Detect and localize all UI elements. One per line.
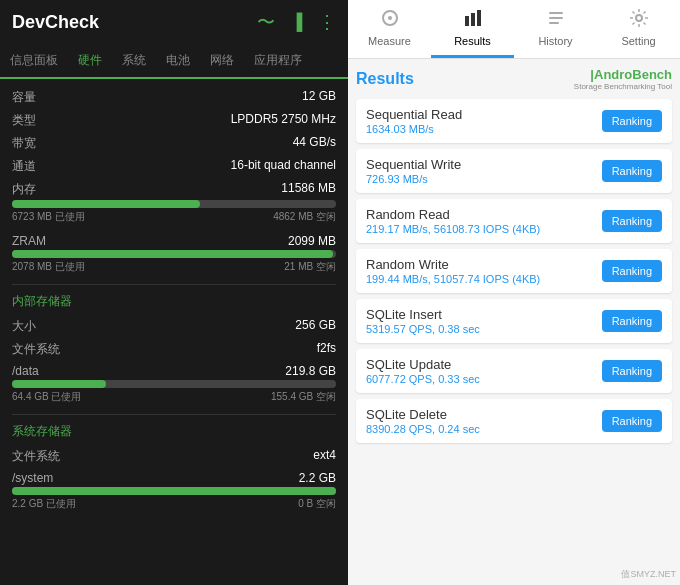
size-row: 大小 256 GB — [12, 318, 336, 335]
ranking-btn-sqlite-insert[interactable]: Ranking — [602, 310, 662, 332]
size-label: 大小 — [12, 318, 72, 335]
bench-score-sqlite-delete: 8390.28 QPS, 0.24 sec — [366, 423, 602, 435]
tab-history[interactable]: History — [514, 0, 597, 58]
waveform-icon[interactable]: 〜 — [257, 10, 275, 34]
svg-point-8 — [636, 15, 642, 21]
svg-rect-2 — [465, 16, 469, 26]
bench-name-seq-write: Sequential Write — [366, 157, 602, 172]
ram-bar-fill — [12, 200, 200, 208]
bench-row-seq-write: Sequential Write 726.93 MB/s Ranking — [356, 149, 672, 193]
system-title: /system — [12, 471, 53, 485]
zram-bar-container — [12, 250, 336, 258]
tab-dashboard[interactable]: 信息面板 — [0, 44, 68, 77]
bench-score-seq-read: 1634.03 MB/s — [366, 123, 602, 135]
svg-rect-4 — [477, 10, 481, 26]
capacity-value: 12 GB — [302, 89, 336, 103]
androbench-name: |AndroBench — [590, 67, 672, 82]
bench-row-rand-write: Random Write 199.44 MB/s, 51057.74 IOPS … — [356, 249, 672, 293]
bench-score-rand-write: 199.44 MB/s, 51057.74 IOPS (4KB) — [366, 273, 602, 285]
sys-fs-value: ext4 — [313, 448, 336, 462]
fs-value: f2fs — [317, 341, 336, 355]
data-used: 64.4 GB 已使用 — [12, 390, 81, 404]
ram-title: 内存 — [12, 181, 36, 198]
tab-setting-label: Setting — [621, 35, 655, 47]
tab-results-label: Results — [454, 35, 491, 47]
bench-info-sqlite-delete: SQLite Delete 8390.28 QPS, 0.24 sec — [366, 407, 602, 435]
ranking-btn-seq-read[interactable]: Ranking — [602, 110, 662, 132]
tab-system[interactable]: 系统 — [112, 44, 156, 77]
tab-results[interactable]: Results — [431, 0, 514, 58]
tab-bar: 信息面板 硬件 系统 电池 网络 应用程序 — [0, 44, 348, 79]
measure-icon — [380, 8, 400, 33]
right-content: Results |AndroBench Storage Benchmarking… — [348, 59, 680, 585]
tab-setting[interactable]: Setting — [597, 0, 680, 58]
tab-apps[interactable]: 应用程序 — [244, 44, 312, 77]
ram-bar-container — [12, 200, 336, 208]
zram-title: ZRAM — [12, 234, 46, 248]
zram-progress-section: ZRAM 2099 MB 2078 MB 已使用 21 MB 空闲 — [12, 234, 336, 274]
capacity-label: 容量 — [12, 89, 72, 106]
bandwidth-value: 44 GB/s — [293, 135, 336, 149]
androbench-sub: Storage Benchmarking Tool — [574, 82, 672, 91]
bench-name-rand-read: Random Read — [366, 207, 602, 222]
setting-icon — [629, 8, 649, 33]
watermark: 值SMYZ.NET — [621, 568, 676, 581]
svg-rect-6 — [549, 17, 563, 19]
ram-used: 6723 MB 已使用 — [12, 210, 85, 224]
bar-chart-icon[interactable]: ▐ — [291, 13, 302, 31]
bench-row-seq-read: Sequential Read 1634.03 MB/s Ranking — [356, 99, 672, 143]
svg-point-1 — [388, 16, 392, 20]
zram-used: 2078 MB 已使用 — [12, 260, 85, 274]
system-bar-container — [12, 487, 336, 495]
fs-row: 文件系统 f2fs — [12, 341, 336, 358]
channel-value: 16-bit quad channel — [231, 158, 336, 172]
header-icons: 〜 ▐ ⋮ — [257, 10, 336, 34]
androbench-logo: |AndroBench Storage Benchmarking Tool — [574, 67, 672, 91]
bench-name-sqlite-update: SQLite Update — [366, 357, 602, 372]
capacity-row: 容量 12 GB — [12, 89, 336, 106]
bandwidth-label: 带宽 — [12, 135, 72, 152]
app-header: DevCheck 〜 ▐ ⋮ — [0, 0, 348, 44]
bench-info-seq-write: Sequential Write 726.93 MB/s — [366, 157, 602, 185]
tab-network[interactable]: 网络 — [200, 44, 244, 77]
data-bar-container — [12, 380, 336, 388]
ranking-btn-sqlite-update[interactable]: Ranking — [602, 360, 662, 382]
sys-fs-label: 文件系统 — [12, 448, 72, 465]
divider-2 — [12, 414, 336, 415]
tab-measure[interactable]: Measure — [348, 0, 431, 58]
type-value: LPDDR5 2750 MHz — [231, 112, 336, 126]
system-progress-section: /system 2.2 GB 2.2 GB 已使用 0 B 空闲 — [12, 471, 336, 511]
tab-battery[interactable]: 电池 — [156, 44, 200, 77]
ranking-btn-rand-read[interactable]: Ranking — [602, 210, 662, 232]
ranking-btn-sqlite-delete[interactable]: Ranking — [602, 410, 662, 432]
ram-progress-section: 内存 11586 MB 6723 MB 已使用 4862 MB 空闲 — [12, 181, 336, 224]
bench-name-sqlite-insert: SQLite Insert — [366, 307, 602, 322]
bench-score-sqlite-update: 6077.72 QPS, 0.33 sec — [366, 373, 602, 385]
system-bar-fill — [12, 487, 336, 495]
bench-info-rand-write: Random Write 199.44 MB/s, 51057.74 IOPS … — [366, 257, 602, 285]
right-panel: Measure Results History — [348, 0, 680, 585]
ranking-btn-seq-write[interactable]: Ranking — [602, 160, 662, 182]
channel-label: 通道 — [12, 158, 72, 175]
bench-name-seq-read: Sequential Read — [366, 107, 602, 122]
system-value: 2.2 GB — [299, 471, 336, 485]
right-tab-bar: Measure Results History — [348, 0, 680, 59]
bench-name-rand-write: Random Write — [366, 257, 602, 272]
bench-info-rand-read: Random Read 219.17 MB/s, 56108.73 IOPS (… — [366, 207, 602, 235]
tab-measure-label: Measure — [368, 35, 411, 47]
bench-score-rand-read: 219.17 MB/s, 56108.73 IOPS (4KB) — [366, 223, 602, 235]
more-vert-icon[interactable]: ⋮ — [318, 11, 336, 33]
bench-score-seq-write: 726.93 MB/s — [366, 173, 602, 185]
size-value: 256 GB — [295, 318, 336, 332]
divider-1 — [12, 284, 336, 285]
data-progress-section: /data 219.8 GB 64.4 GB 已使用 155.4 GB 空闲 — [12, 364, 336, 404]
svg-rect-3 — [471, 13, 475, 26]
history-icon — [546, 8, 566, 33]
ranking-btn-rand-write[interactable]: Ranking — [602, 260, 662, 282]
ram-value: 11586 MB — [281, 181, 336, 198]
bench-name-sqlite-delete: SQLite Delete — [366, 407, 602, 422]
bench-info-sqlite-update: SQLite Update 6077.72 QPS, 0.33 sec — [366, 357, 602, 385]
system-storage-label: 系统存储器 — [12, 423, 336, 440]
bench-score-sqlite-insert: 5319.57 QPS, 0.38 sec — [366, 323, 602, 335]
tab-hardware[interactable]: 硬件 — [68, 44, 112, 79]
